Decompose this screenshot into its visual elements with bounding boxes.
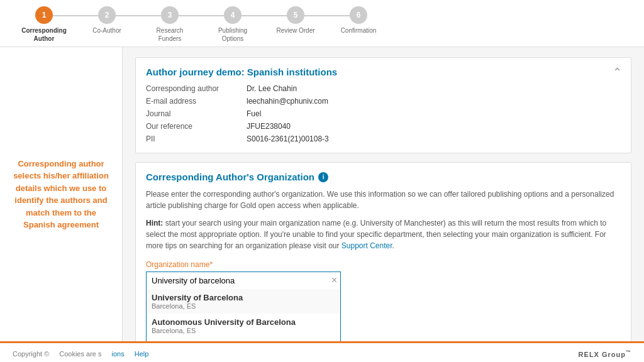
label-journal: Journal [146,109,247,119]
copyright-text: Copyright © [13,350,49,358]
step-6-circle: 6 [350,6,367,24]
value-email: leechahin@cphuniv.com [247,96,621,106]
field-label-text: Organization name [146,260,209,269]
step-5[interactable]: 5 Review Order [264,6,327,35]
cookies-text: Cookies are s [59,350,101,358]
org-card: Corresponding Author's Organization i Pl… [135,162,631,341]
label-reference: Our reference [146,121,247,131]
label-pii: PII [146,134,247,144]
dropdown-item-sub-0: Barcelona, ES [152,302,335,312]
dropdown-item-sub-1: Barcelona, ES [152,327,335,337]
step-4-circle: 4 [224,6,242,24]
required-star: * [209,260,213,269]
hint-bold: Hint: [146,219,163,228]
footer-link-ions[interactable]: ions [112,350,125,358]
step-3[interactable]: 3 ResearchFunders [138,6,201,43]
footer: Copyright © Cookies are s ions Help RELX… [0,341,644,362]
footer-right: RELX Group™ [579,349,631,358]
dropdown-item-1[interactable]: Autonomous University of Barcelona Barce… [147,314,340,338]
org-hint: Hint: start your search using your main … [146,217,621,251]
support-center-link[interactable]: Support Center [341,241,392,250]
footer-link-help[interactable]: Help [135,350,149,358]
label-email: E-mail address [146,96,247,106]
step-6[interactable]: 6 Confirmation [327,6,390,35]
sidebar: Corresponding author selects his/her aff… [0,47,123,341]
content-area: Author journey demo: Spanish institution… [123,47,644,341]
info-card-title: Author journey demo: Spanish institution… [146,67,621,77]
org-search-input[interactable] [146,272,341,289]
org-card-title: Corresponding Author's Organization i [146,172,621,182]
relx-tm: ™ [626,349,631,355]
step-5-label: Review Order [276,26,314,35]
step-2-circle: 2 [98,6,116,24]
step-4-label: PublishingOptions [218,26,247,43]
relx-text: RELX Group [579,350,626,358]
footer-left: Copyright © Cookies are s ions Help [13,350,148,358]
org-field-label: Organization name* [146,260,621,269]
step-3-label: ResearchFunders [157,26,184,43]
step-1-label: CorrespondingAuthor [21,26,67,43]
step-5-circle: 5 [287,6,304,24]
step-3-circle: 3 [161,6,179,24]
dropdown-item-0[interactable]: University of Barcelona Barcelona, ES [147,289,340,314]
org-dropdown-list[interactable]: University of Barcelona Barcelona, ES Au… [146,289,341,341]
info-icon[interactable]: i [318,172,328,182]
label-corresponding-author: Corresponding author [146,84,247,94]
step-4[interactable]: 4 PublishingOptions [201,6,264,43]
value-corresponding-author: Dr. Lee Chahin [247,84,621,94]
value-journal: Fuel [247,109,621,119]
relx-logo: RELX Group™ [579,349,631,358]
clear-button[interactable]: × [331,275,337,285]
step-2[interactable]: 2 Co-Author [75,6,138,35]
hint-suffix: . [392,241,394,250]
step-1-circle: 1 [35,6,53,24]
step-6-label: Confirmation [341,26,377,35]
value-reference: JFUE238040 [247,121,621,131]
sidebar-description: Corresponding author selects his/her aff… [9,158,113,231]
main-layout: Corresponding author selects his/her aff… [0,47,644,341]
org-title-text: Corresponding Author's Organization [146,172,314,182]
collapse-icon: ⌃ [613,66,622,79]
value-pii: S0016-2361(21)00108-3 [247,134,621,144]
dropdown-item-2[interactable]: University of Barcelona Faculty of Medic… [147,338,340,341]
info-table: Corresponding author Dr. Lee Chahin E-ma… [146,84,621,144]
dropdown-item-name-0: University of Barcelona [152,293,335,302]
dropdown-item-name-1: Autonomous University of Barcelona [152,317,335,327]
info-card: Author journey demo: Spanish institution… [135,57,631,153]
step-2-label: Co-Author [92,26,121,35]
org-description: Please enter the corresponding author's … [146,189,621,211]
step-1[interactable]: 1 CorrespondingAuthor [13,6,75,43]
collapse-button[interactable]: ⌃ [613,67,622,78]
search-input-wrap: × [146,272,341,289]
stepper-bar: 1 CorrespondingAuthor 2 Co-Author 3 Rese… [0,0,644,47]
